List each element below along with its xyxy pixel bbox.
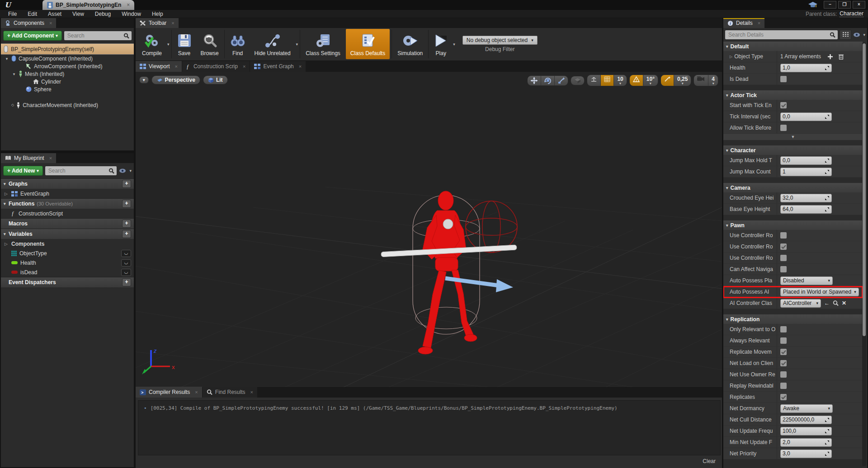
tab-viewport[interactable]: Viewport× [136, 61, 182, 72]
property-matrix-icon[interactable] [840, 30, 851, 40]
checkbox[interactable] [780, 371, 787, 378]
browse-button[interactable]: Browse [196, 28, 223, 60]
dropdown-select[interactable]: Awake▾ [780, 404, 833, 413]
blueprint-section-macros[interactable]: Macros+ [1, 218, 134, 229]
numeric-input[interactable]: 64,0 [780, 205, 832, 214]
viewport-options-dropdown[interactable]: ▾ [139, 76, 149, 84]
details-eye-icon[interactable] [853, 32, 861, 37]
visibility-eye-icon[interactable] [119, 168, 127, 173]
tab-details-close-icon[interactable]: × [758, 20, 760, 26]
section-expander-icon[interactable]: ▾ [726, 223, 728, 228]
section-expander-icon[interactable]: ▾ [726, 44, 728, 49]
component-tree-row[interactable]: ArrowComponent (Inherited) [1, 62, 134, 70]
checkbox[interactable] [780, 243, 787, 250]
section-add-button[interactable]: + [122, 278, 131, 286]
details-section-header[interactable]: ▾Default [723, 42, 863, 51]
simulation-button[interactable]: Simulation [393, 28, 427, 60]
blueprint-row[interactable]: isDead◡ [1, 267, 134, 277]
dropdown-select[interactable]: Placed in World or Spawned▾ [780, 288, 859, 296]
numeric-input[interactable]: 100,0 [780, 427, 832, 435]
row-expander-icon[interactable]: ▷ [730, 55, 732, 59]
row-expander-icon[interactable]: ▷ [5, 242, 9, 246]
perspective-button[interactable]: Perspective [151, 75, 200, 84]
tab-toolbar-close-icon[interactable]: × [171, 20, 174, 26]
tab-details[interactable]: i Details × [723, 18, 764, 28]
add-new-button[interactable]: + Add New▾ [3, 166, 43, 176]
section-add-button[interactable]: + [122, 230, 131, 238]
graph-tab-close-icon[interactable]: × [299, 64, 302, 69]
restore-button[interactable]: ❐ [838, 1, 851, 9]
bottom-tab-close-icon[interactable]: × [195, 389, 198, 395]
numeric-input[interactable]: 3,0 [780, 449, 832, 458]
blueprint-row[interactable]: Health◡ [1, 258, 134, 267]
numeric-input[interactable]: 0,0 [780, 156, 832, 165]
details-section-header[interactable]: ▾Character [723, 145, 863, 155]
grid-snap-value-button[interactable]: 10▾ [613, 75, 626, 86]
checkbox[interactable] [780, 76, 787, 82]
component-tree-row[interactable]: Cylinder [1, 78, 134, 85]
numeric-input[interactable]: 32,0 [780, 194, 832, 202]
component-root-row[interactable]: BP_SimplePrototypingEnemy(self) [1, 43, 134, 55]
checkbox[interactable] [780, 255, 787, 261]
component-tree-row[interactable]: ◇CharacterMovement (Inherited) [1, 101, 134, 109]
tab-toolbar[interactable]: Toolbar × [136, 18, 179, 28]
variable-visibility-toggle[interactable]: ◡ [121, 259, 131, 267]
add-array-element-icon[interactable] [828, 54, 833, 59]
menu-edit[interactable]: Edit [23, 10, 42, 18]
section-expander-icon[interactable]: ▾ [726, 186, 728, 190]
numeric-input[interactable]: 0,0 [780, 112, 832, 121]
rotation-snap-value-button[interactable]: 10°▾ [643, 75, 658, 86]
blueprint-row[interactable]: ObjectType◡ [1, 248, 134, 258]
clear-log-button[interactable]: Clear [703, 458, 716, 464]
asset-document-tab[interactable]: BP_SimplePrototypingEn × [42, 0, 134, 10]
tab-event-graph[interactable]: Event Graph× [250, 61, 306, 72]
my-blueprint-search-input[interactable] [47, 167, 109, 174]
blueprint-section-functions[interactable]: ▾Functions(30 Overridable)+ [1, 198, 134, 209]
blueprint-section-variables[interactable]: ▾Variables+ [1, 229, 134, 239]
tutorial-graduation-cap-icon[interactable] [808, 2, 817, 8]
components-search-input[interactable] [66, 32, 123, 39]
checkbox[interactable] [780, 125, 787, 131]
surface-snap-icon[interactable] [587, 75, 600, 86]
section-expander-icon[interactable]: ▾ [4, 201, 9, 206]
play-button[interactable]: Play [429, 28, 452, 60]
graph-tab-close-icon[interactable]: × [175, 64, 177, 69]
tab-my-blueprint-close-icon[interactable]: × [49, 155, 52, 161]
checkbox[interactable] [780, 326, 787, 332]
numeric-input[interactable]: 2,0 [780, 438, 832, 447]
tab-find-results[interactable]: Find Results× [203, 387, 257, 398]
viewport-3d[interactable]: ▾ Perspective Lit 10▾10°▾0,25▾4▾ [136, 72, 722, 387]
details-section-header[interactable]: ▾Camera [723, 183, 863, 192]
scrollbar-thumb[interactable] [863, 43, 866, 336]
compiler-message-row[interactable]: • [0025,34] Compile of BP_SimplePrototyp… [138, 401, 720, 416]
details-section-header[interactable]: ▾Actor Tick [723, 90, 863, 100]
menu-help[interactable]: Help [147, 10, 168, 18]
section-expander-icon[interactable]: ▾ [4, 182, 9, 186]
camera-speed-value-button[interactable]: 4▾ [708, 75, 718, 86]
checkbox[interactable] [780, 337, 787, 344]
delete-array-icon[interactable] [839, 54, 844, 60]
section-expander-icon[interactable]: ▾ [726, 93, 728, 98]
details-section-header[interactable]: ▾Pawn [723, 220, 863, 230]
row-expander-icon[interactable]: ▷ [5, 192, 9, 196]
blueprint-row[interactable]: ▷EventGraph [1, 189, 134, 198]
parent-class-link[interactable]: Character [840, 10, 863, 17]
revert-icon[interactable]: ↺ [862, 289, 863, 295]
section-expander-icon[interactable]: ▾ [4, 232, 9, 236]
blueprint-row[interactable]: fConstructionScript [1, 209, 134, 218]
tab-compiler-results[interactable]: >Compiler Results× [136, 387, 202, 398]
details-scrollbar[interactable] [862, 42, 866, 466]
scale-tool-icon[interactable] [554, 76, 568, 85]
back-arrow-icon[interactable]: ← [824, 300, 830, 306]
magnifier-icon[interactable] [833, 300, 839, 306]
hide-unrelated-button[interactable]: Hide Unrelated [250, 28, 295, 60]
debug-object-dropdown[interactable]: No debug object selected▾ [462, 36, 538, 45]
checkbox[interactable] [780, 349, 787, 355]
hideunrelated-caret-icon[interactable]: ▾ [296, 42, 298, 47]
section-add-button[interactable]: + [122, 180, 131, 188]
camera-speed-icon[interactable] [694, 75, 708, 86]
close-button[interactable]: × [853, 1, 865, 9]
rotate-tool-icon[interactable] [541, 76, 554, 85]
checkbox[interactable] [780, 394, 787, 400]
tab-components[interactable]: Components × [1, 18, 56, 28]
